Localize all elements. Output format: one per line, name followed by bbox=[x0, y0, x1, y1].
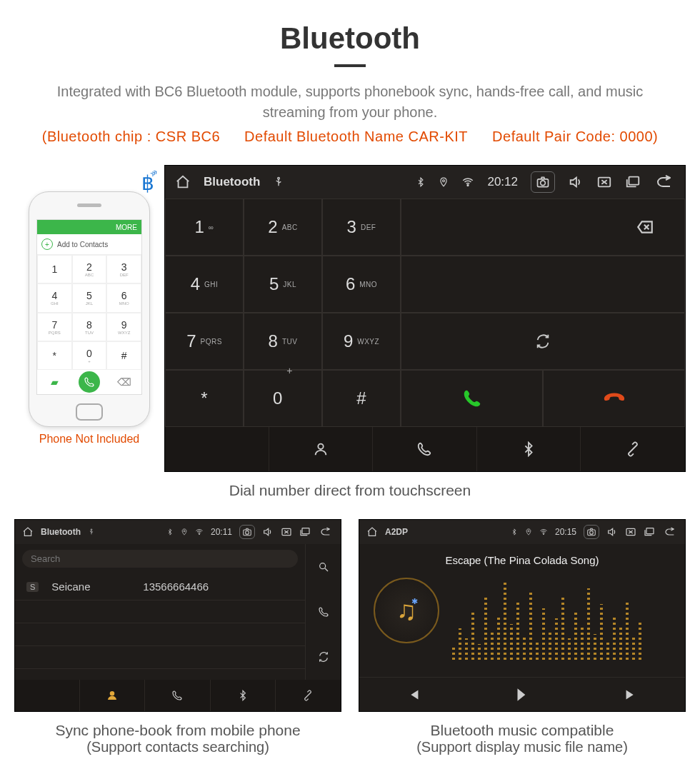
tab-keypad[interactable] bbox=[15, 680, 80, 711]
recent-apps-button[interactable] bbox=[625, 174, 641, 190]
backspace-button[interactable] bbox=[401, 198, 685, 256]
contacts-caption: Sync phone-book from mobile phone (Suppo… bbox=[14, 722, 341, 755]
page-description: Integrated with BC6 Bluetooth module, su… bbox=[36, 81, 664, 123]
tab-pair[interactable] bbox=[276, 680, 341, 711]
close-button[interactable] bbox=[281, 526, 292, 538]
spec-name: Default Bluetooth Name CAR-KIT bbox=[244, 129, 468, 144]
key-0[interactable]: 0+ bbox=[244, 370, 322, 427]
phone-key-4: 4GHI bbox=[37, 283, 72, 312]
tab-pair[interactable] bbox=[581, 427, 685, 471]
key-7[interactable]: 7PQRS bbox=[165, 313, 244, 370]
phone-key-1: 1 bbox=[37, 255, 72, 283]
tab-contacts[interactable] bbox=[269, 427, 374, 471]
play-pause-button[interactable] bbox=[468, 678, 576, 711]
phone-mockup: MORE Add to Contacts 12ABC3DEF4GHI5JKL6M… bbox=[29, 191, 150, 427]
tab-calllog[interactable] bbox=[145, 680, 210, 711]
close-button[interactable] bbox=[625, 526, 636, 538]
album-art: ♫ bbox=[374, 578, 439, 643]
gps-icon bbox=[525, 528, 532, 536]
tab-contacts[interactable] bbox=[80, 680, 145, 711]
home-icon[interactable] bbox=[366, 526, 378, 538]
phone-not-included: Phone Not Included bbox=[14, 433, 164, 446]
search-input[interactable]: Search bbox=[22, 550, 298, 568]
wifi-icon bbox=[195, 528, 204, 536]
camera-button[interactable] bbox=[239, 525, 255, 539]
spec-chip: (Bluetooth chip : CSR BC6 bbox=[42, 129, 220, 144]
number-display bbox=[401, 256, 685, 313]
dialer-caption: Dial number direct from touchscreen bbox=[14, 482, 686, 499]
contact-row[interactable]: S Seicane 13566664466 bbox=[15, 573, 305, 600]
clock: 20:11 bbox=[211, 527, 232, 537]
wifi-icon bbox=[461, 176, 474, 189]
key-4[interactable]: 4GHI bbox=[165, 256, 244, 313]
phone-topbar: MORE bbox=[37, 220, 141, 234]
headunit-contacts: Bluetooth 20:11 Search bbox=[14, 519, 341, 712]
phone-call-button bbox=[79, 371, 100, 393]
person-icon bbox=[313, 441, 329, 457]
hangup-button[interactable] bbox=[543, 370, 685, 427]
back-button[interactable] bbox=[654, 174, 675, 191]
clock: 20:15 bbox=[555, 527, 576, 537]
key-star[interactable]: * bbox=[165, 370, 244, 427]
add-to-contacts: Add to Contacts bbox=[37, 234, 141, 255]
redial-button[interactable] bbox=[401, 313, 685, 370]
contact-name: Seicane bbox=[51, 581, 130, 593]
headunit-music: A2DP 20:15 Escape (The Pina Colada Song) bbox=[359, 519, 686, 712]
volume-button[interactable] bbox=[568, 174, 584, 190]
prev-button[interactable] bbox=[359, 678, 468, 711]
tab-calllog[interactable] bbox=[373, 427, 477, 471]
visualizer bbox=[452, 573, 671, 660]
phone-delete-icon: ⌫ bbox=[106, 370, 141, 394]
clock: 20:12 bbox=[487, 175, 518, 189]
music-caption: Bluetooth music compatible (Support disp… bbox=[359, 722, 686, 755]
link-icon bbox=[625, 441, 641, 457]
tab-bluetooth[interactable] bbox=[477, 427, 581, 471]
camera-button[interactable] bbox=[584, 525, 599, 539]
next-button[interactable] bbox=[576, 678, 685, 711]
tab-bluetooth[interactable] bbox=[211, 680, 276, 711]
gps-icon bbox=[439, 177, 449, 187]
back-button[interactable] bbox=[318, 526, 334, 538]
key-2[interactable]: 2ABC bbox=[244, 198, 322, 256]
page-title: Bluetooth bbox=[14, 21, 686, 56]
tab-keypad[interactable] bbox=[165, 427, 269, 471]
home-icon[interactable] bbox=[175, 174, 191, 190]
volume-button[interactable] bbox=[262, 526, 274, 538]
side-sync-button[interactable] bbox=[306, 635, 341, 680]
phone-key-9: 9WXYZ bbox=[106, 313, 141, 341]
key-3[interactable]: 3DEF bbox=[322, 198, 401, 256]
key-5[interactable]: 5JKL bbox=[244, 256, 322, 313]
bt-status-icon bbox=[511, 528, 518, 536]
key-hash[interactable]: # bbox=[322, 370, 401, 427]
key-6[interactable]: 6MNO bbox=[322, 256, 401, 313]
spec-code: Default Pair Code: 0000) bbox=[492, 129, 658, 144]
side-search-button[interactable] bbox=[306, 544, 341, 589]
phone-key-#: # bbox=[106, 341, 141, 370]
bt-status-icon bbox=[416, 177, 426, 187]
phone-key-0: 0+ bbox=[72, 341, 107, 370]
back-button[interactable] bbox=[662, 526, 678, 538]
app-title: A2DP bbox=[385, 527, 408, 537]
key-1[interactable]: 1∞ bbox=[165, 198, 244, 256]
recent-apps-button[interactable] bbox=[299, 526, 311, 538]
volume-button[interactable] bbox=[606, 526, 618, 538]
spec-line: (Bluetooth chip : CSR BC6 Default Blueto… bbox=[14, 129, 686, 145]
side-call-button[interactable] bbox=[306, 589, 341, 634]
phone-key-8: 8TUV bbox=[72, 313, 107, 341]
gps-icon bbox=[181, 528, 188, 536]
call-button[interactable] bbox=[401, 370, 543, 427]
phone-key-*: * bbox=[37, 341, 72, 370]
bluetooth-icon: ฿ bbox=[141, 171, 154, 195]
phone-key-5: 5JKL bbox=[72, 283, 107, 312]
key-9[interactable]: 9WXYZ bbox=[322, 313, 401, 370]
app-title: Bluetooth bbox=[41, 527, 81, 537]
usb-icon bbox=[273, 176, 284, 188]
track-title: Escape (The Pina Colada Song) bbox=[359, 554, 685, 566]
key-8[interactable]: 8TUV bbox=[244, 313, 322, 370]
home-icon[interactable] bbox=[22, 526, 34, 538]
bt-status-icon bbox=[166, 528, 174, 536]
recent-apps-button[interactable] bbox=[644, 526, 655, 538]
camera-button[interactable] bbox=[531, 171, 555, 193]
close-button[interactable] bbox=[596, 174, 612, 190]
usb-icon bbox=[88, 528, 95, 536]
